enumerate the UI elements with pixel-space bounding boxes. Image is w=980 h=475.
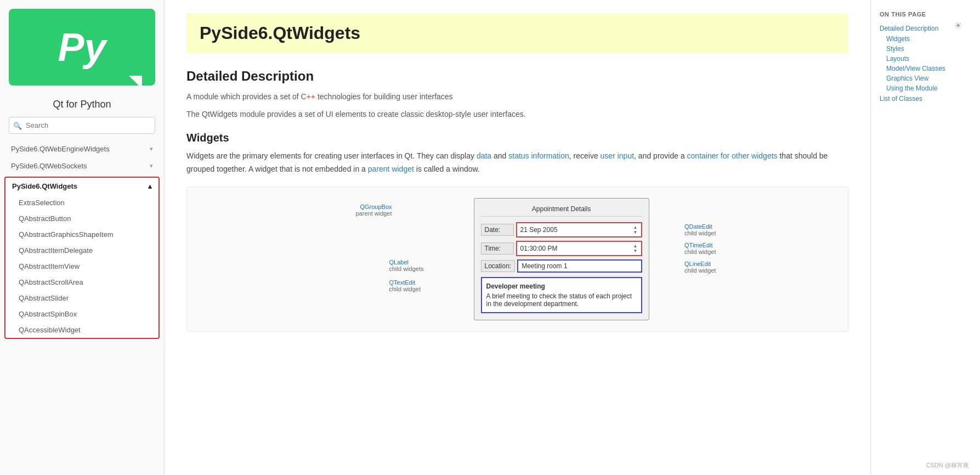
date-input: 21 Sep 2005 ▲▼ xyxy=(516,222,642,238)
time-spinner: ▲▼ xyxy=(633,244,638,253)
chevron-up-icon: ▴ xyxy=(148,182,152,190)
parentwidget-link[interactable]: parent widget xyxy=(368,165,414,173)
ann-timeedit: QTimeEdit child widget xyxy=(684,242,716,255)
toc-panel: ☀ ON THIS PAGE Detailed Description Widg… xyxy=(870,0,980,475)
memo-title: Developer meeting xyxy=(486,282,637,290)
ann-qlabel: QLabel child widgets xyxy=(389,259,424,272)
nav-item-label: PySide6.QtWebSockets xyxy=(11,162,87,170)
time-row: Time: 01:30:00 PM ▲▼ xyxy=(481,241,642,256)
sidebar-section-qtwidgets: PySide6.QtWidgets ▴ ExtraSelection QAbst… xyxy=(4,177,160,339)
sidebar-subitem-qabstractgraphicsshapeitem[interactable]: QAbstractGraphicsShapeItem xyxy=(5,227,158,242)
toc-item-styles[interactable]: Styles xyxy=(880,44,971,54)
sidebar-subitem-qabstractscrollarea[interactable]: QAbstractScrollArea xyxy=(5,274,158,290)
appt-title: Appointment Details xyxy=(481,205,642,217)
date-spinner: ▲▼ xyxy=(633,225,638,235)
nav-item-label: PySide6.QtWebEngineWidgets xyxy=(11,145,110,153)
app-title: Qt for Python xyxy=(0,94,164,117)
chevron-down-icon: ▾ xyxy=(150,162,153,169)
sidebar-item-qtwebenginewidgets[interactable]: PySide6.QtWebEngineWidgets ▾ xyxy=(0,140,164,157)
toc-item-listofclasses[interactable]: List of Classes xyxy=(880,93,971,104)
sidebar-subitem-qaccessiblewidget[interactable]: QAccessibleWidget xyxy=(5,322,158,338)
ann-qtextedit: QTextEdit child widget xyxy=(389,279,421,292)
toc-item-layouts[interactable]: Layouts xyxy=(880,54,971,64)
appointment-diagram: QGroupBox parent widget Appointment Deta… xyxy=(353,198,682,320)
toc-item-usingmodule[interactable]: Using the Module xyxy=(880,83,971,93)
main-content: PySide6.QtWidgets Detailed Description A… xyxy=(165,0,870,475)
status-link[interactable]: status information xyxy=(508,151,569,160)
date-label: Date: xyxy=(481,224,514,236)
widgets-body: Widgets are the primary elements for cre… xyxy=(186,150,848,176)
appointment-box: Appointment Details Date: 21 Sep 2005 ▲▼ xyxy=(474,198,649,320)
toc-heading: ON THIS PAGE xyxy=(880,11,971,18)
search-icon: 🔍 xyxy=(13,121,22,129)
sidebar-subitem-qabstractspinbox[interactable]: QAbstractSpinBox xyxy=(5,306,158,322)
memo-body: A brief meeting to check the status of e… xyxy=(486,292,632,308)
logo-text: Py xyxy=(58,27,106,67)
sidebar-item-qtwidgets[interactable]: PySide6.QtWidgets ▴ xyxy=(5,178,158,195)
sidebar-subitem-qabstractitemview[interactable]: QAbstractItemView xyxy=(5,258,158,274)
sidebar-nav: PySide6.QtWebEngineWidgets ▾ PySide6.QtW… xyxy=(0,140,164,475)
cpp-link[interactable]: C++ xyxy=(301,92,315,101)
sidebar-subitem-qabstractitemdelegate[interactable]: QAbstractItemDelegate xyxy=(5,242,158,258)
ann-groupbox: QGroupBox parent widget xyxy=(356,203,392,217)
toc-item-graphicsview[interactable]: Graphics View xyxy=(880,73,971,83)
time-input: 01:30:00 PM ▲▼ xyxy=(516,241,642,256)
detailed-description-heading: Detailed Description xyxy=(186,69,848,84)
location-label: Location: xyxy=(481,260,516,272)
chevron-down-icon: ▾ xyxy=(150,145,153,152)
theme-toggle-icon[interactable]: ☀ xyxy=(954,20,962,32)
qtwidgets-subitems: ExtraSelection QAbstractButton QAbstract… xyxy=(5,195,158,338)
sidebar-subitem-qabstractbutton[interactable]: QAbstractButton xyxy=(5,211,158,227)
date-row: Date: 21 Sep 2005 ▲▼ xyxy=(481,222,642,238)
appt-memo: Developer meeting A brief meeting to che… xyxy=(481,277,642,313)
page-title: PySide6.QtWidgets xyxy=(200,23,835,43)
ann-dateedit: QDateEdit child widget xyxy=(684,223,716,236)
sidebar-subitem-extraselection[interactable]: ExtraSelection xyxy=(5,195,158,211)
sidebar-item-qtwebsockets[interactable]: PySide6.QtWebSockets ▾ xyxy=(0,157,164,174)
desc2: The QtWidgets module provides a set of U… xyxy=(186,108,848,120)
search-container: 🔍 xyxy=(9,117,155,134)
location-input: Meeting room 1 xyxy=(517,259,642,273)
time-label: Time: xyxy=(481,242,514,255)
diagram-container: QGroupBox parent widget Appointment Deta… xyxy=(186,186,848,332)
ann-lineedit: QLineEdit child widget xyxy=(684,261,716,274)
data-link[interactable]: data xyxy=(477,151,491,160)
widgets-heading: Widgets xyxy=(186,132,848,144)
sidebar: Py Qt for Python 🔍 PySide6.QtWebEngineWi… xyxy=(0,0,165,475)
search-input[interactable] xyxy=(9,117,155,134)
container-link[interactable]: container for other widgets xyxy=(687,151,778,160)
nav-item-label: PySide6.QtWidgets xyxy=(12,182,77,190)
sidebar-subitem-qabstractslider[interactable]: QAbstractSlider xyxy=(5,290,158,306)
userinput-link[interactable]: user input xyxy=(601,151,634,160)
desc1: A module which provides a set of C++ tec… xyxy=(186,91,848,103)
location-row: Location: Meeting room 1 xyxy=(481,259,642,273)
logo: Py xyxy=(9,9,155,86)
toc-item-modelview[interactable]: Model/View Classes xyxy=(880,64,971,73)
toc-item-widgets[interactable]: Widgets xyxy=(880,34,971,44)
page-title-box: PySide6.QtWidgets xyxy=(186,13,848,53)
watermark: CSDN @林宵夜 xyxy=(926,461,969,470)
